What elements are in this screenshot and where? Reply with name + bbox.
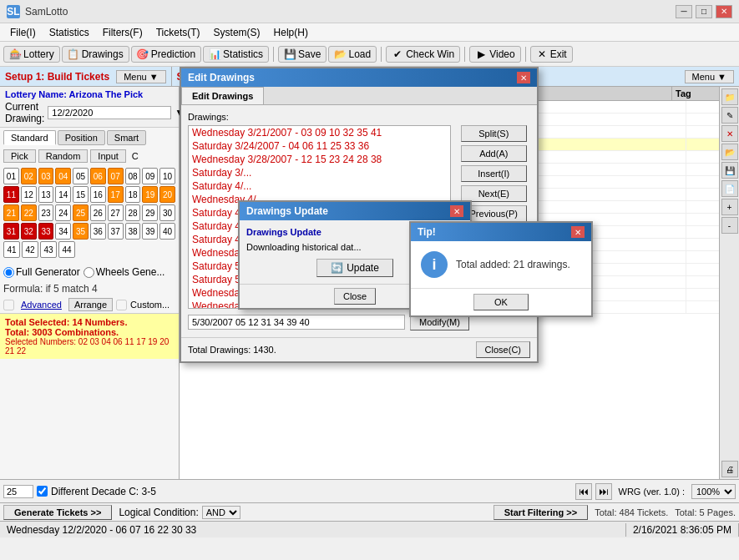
insert-button[interactable]: Insert(I) — [461, 165, 527, 182]
num-31[interactable]: 31 — [3, 223, 19, 240]
num-19[interactable]: 19 — [142, 186, 158, 203]
sidebar-btn-6[interactable]: 📄 — [721, 180, 738, 197]
num-24[interactable]: 24 — [55, 204, 71, 221]
close-button[interactable]: ✕ — [716, 5, 732, 18]
drawings-update-close-btn[interactable]: Close — [334, 288, 376, 305]
num-23[interactable]: 23 — [38, 204, 54, 221]
edit-drawings-close[interactable]: ✕ — [517, 72, 530, 83]
num-13[interactable]: 13 — [38, 186, 54, 203]
menu-help[interactable]: Help(H) — [267, 25, 315, 40]
split-button[interactable]: Split(S) — [461, 125, 527, 142]
num-11[interactable]: 11 — [3, 186, 19, 203]
full-generator-option[interactable]: Full Generator — [3, 266, 80, 278]
num-34[interactable]: 34 — [55, 223, 71, 240]
menu-filters[interactable]: Filters(F) — [96, 25, 149, 40]
add-button[interactable]: Add(A) — [461, 145, 527, 162]
drawings-update-close[interactable]: ✕ — [450, 205, 463, 217]
num-16[interactable]: 16 — [90, 186, 106, 203]
num-21[interactable]: 21 — [3, 204, 19, 221]
logic-select[interactable]: AND OR — [202, 506, 240, 519]
drawing-date-input[interactable] — [48, 106, 171, 119]
prev-btn[interactable]: ⏭ — [595, 483, 612, 500]
sidebar-btn-plus[interactable]: + — [721, 199, 738, 215]
sidebar-btn-print[interactable]: 🖨 — [721, 461, 738, 477]
drawing-item[interactable]: Saturday 3/24/2007 - 04 06 11 25 33 36 — [189, 139, 450, 153]
wheels-generator-radio[interactable] — [84, 267, 94, 278]
sidebar-btn-minus[interactable]: - — [721, 217, 738, 234]
minimize-button[interactable]: ─ — [676, 5, 692, 18]
num-18[interactable]: 18 — [125, 186, 141, 203]
num-06[interactable]: 06 — [90, 168, 106, 184]
num-03[interactable]: 03 — [38, 168, 54, 184]
num-43[interactable]: 43 — [40, 241, 57, 258]
tab-smart[interactable]: Smart — [107, 130, 146, 145]
drawing-item[interactable]: Saturday 4/... — [189, 179, 450, 193]
num-41[interactable]: 41 — [3, 241, 20, 258]
spinbox-input[interactable] — [3, 485, 33, 498]
num-28[interactable]: 28 — [125, 204, 141, 221]
num-17[interactable]: 17 — [108, 186, 124, 203]
sidebar-btn-2[interactable]: ✎ — [721, 107, 738, 124]
prediction-button[interactable]: 🎯 Prediction — [131, 46, 201, 63]
zoom-select[interactable]: 100% — [691, 484, 736, 499]
num-36[interactable]: 36 — [90, 223, 106, 240]
num-01[interactable]: 01 — [3, 168, 19, 184]
close-dialog-button[interactable]: Close(C) — [476, 341, 530, 358]
menu-system[interactable]: System(S) — [207, 25, 267, 40]
num-12[interactable]: 12 — [21, 186, 37, 203]
tickets-store-menu[interactable]: Menu ▼ — [685, 70, 734, 83]
tab-position[interactable]: Position — [58, 130, 105, 145]
num-02[interactable]: 02 — [21, 168, 37, 184]
num-29[interactable]: 29 — [142, 204, 158, 221]
num-25[interactable]: 25 — [73, 204, 89, 221]
menu-file[interactable]: File(I) — [3, 25, 43, 40]
num-09[interactable]: 09 — [142, 168, 158, 184]
video-button[interactable]: ▶ Video — [469, 46, 520, 63]
num-10[interactable]: 10 — [159, 168, 175, 184]
sidebar-btn-3[interactable]: ✕ — [721, 125, 738, 142]
custom-checkbox[interactable] — [116, 300, 127, 310]
wheels-generator-option[interactable]: Wheels Gene... — [84, 266, 165, 278]
num-30[interactable]: 30 — [159, 204, 175, 221]
drawing-item[interactable]: Wednesday 3/28/2007 - 12 15 23 24 28 38 — [189, 153, 450, 166]
next-button[interactable]: Next(E) — [461, 185, 527, 202]
num-07[interactable]: 07 — [108, 168, 124, 184]
num-39[interactable]: 39 — [142, 223, 158, 240]
drawing-item[interactable]: Saturday 3/... — [189, 166, 450, 179]
tip-dialog-close[interactable]: ✕ — [571, 226, 585, 238]
num-37[interactable]: 37 — [108, 223, 124, 240]
decade-checkbox[interactable] — [37, 486, 48, 497]
num-33[interactable]: 33 — [38, 223, 54, 240]
num-15[interactable]: 15 — [73, 186, 89, 203]
num-22[interactable]: 22 — [21, 204, 37, 221]
sidebar-btn-5[interactable]: 💾 — [721, 162, 738, 179]
sidebar-btn-4[interactable]: 📂 — [721, 144, 738, 160]
num-20[interactable]: 20 — [159, 186, 175, 203]
save-button[interactable]: 💾 Save — [278, 46, 326, 63]
generate-tickets-button[interactable]: Generate Tickets >> — [3, 505, 112, 520]
num-04[interactable]: 04 — [55, 168, 71, 184]
drawing-edit-input[interactable] — [188, 315, 405, 330]
num-35[interactable]: 35 — [73, 223, 89, 240]
arrange-button[interactable]: Arrange — [68, 298, 113, 311]
checkwin-button[interactable]: ✔ Check Win — [386, 46, 460, 63]
sidebar-btn-1[interactable]: 📁 — [721, 88, 738, 105]
load-button[interactable]: 📂 Load — [328, 46, 377, 63]
num-05[interactable]: 05 — [73, 168, 89, 184]
menu-statistics[interactable]: Statistics — [43, 25, 96, 40]
prev-prev-btn[interactable]: ⏮ — [575, 483, 592, 500]
num-32[interactable]: 32 — [21, 223, 37, 240]
num-40[interactable]: 40 — [159, 223, 175, 240]
advanced-checkbox[interactable] — [3, 300, 14, 310]
num-14[interactable]: 14 — [55, 186, 71, 203]
num-38[interactable]: 38 — [125, 223, 141, 240]
setup1-menu[interactable]: Menu ▼ — [116, 70, 165, 83]
random-button[interactable]: Random — [38, 149, 89, 163]
menu-tickets[interactable]: Tickets(T) — [149, 25, 207, 40]
pick-button[interactable]: Pick — [3, 149, 36, 163]
statistics-button[interactable]: 📊 Statistics — [203, 46, 269, 63]
update-button[interactable]: 🔄 Update — [316, 259, 393, 277]
num-26[interactable]: 26 — [90, 204, 106, 221]
drawing-item[interactable]: Wednesday 3/21/2007 - 03 09 10 32 35 41 — [189, 126, 450, 139]
maximize-button[interactable]: □ — [696, 5, 712, 18]
